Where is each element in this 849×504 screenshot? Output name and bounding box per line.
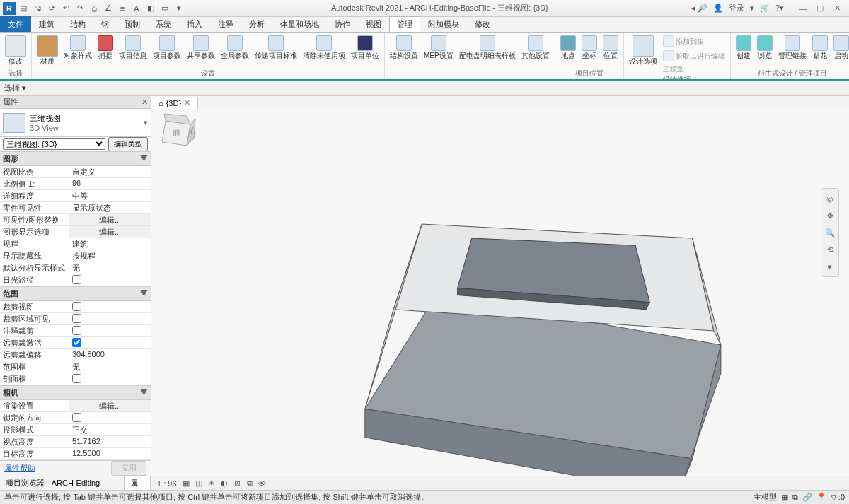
prop-row[interactable]: 视图比例自定义 xyxy=(0,166,151,178)
tab-collab[interactable]: 协作 xyxy=(327,16,358,32)
close-icon[interactable]: ✕ xyxy=(142,98,148,107)
prop-row[interactable]: 默认分析显示样式无 xyxy=(0,262,151,274)
prop-row[interactable]: 视点高度51.7162 xyxy=(0,436,151,448)
palette-header[interactable]: 属性 ✕ xyxy=(0,96,151,109)
gen-explore-button[interactable]: 浏览 xyxy=(755,34,775,61)
select-dropdown[interactable]: 选择 ▾ xyxy=(4,83,26,93)
exchange-icon[interactable]: ▾ xyxy=(750,4,754,13)
tab-arch[interactable]: 建筑 xyxy=(31,16,62,32)
tab-massing[interactable]: 体量和场地 xyxy=(272,16,327,32)
tab-precast[interactable]: 预制 xyxy=(117,16,148,32)
tag-icon[interactable]: ◧ xyxy=(144,2,157,15)
undo-icon[interactable]: ↶ xyxy=(59,2,72,15)
tab-modify[interactable]: 修改 xyxy=(467,16,498,32)
measure-icon[interactable]: ∠ xyxy=(102,2,115,15)
shared-params-button[interactable]: 共享参数 xyxy=(185,34,217,61)
units-button[interactable]: 项目单位 xyxy=(349,34,381,61)
detail-icon[interactable]: ▦ xyxy=(183,479,190,488)
prop-row[interactable]: 比例值 1:96 xyxy=(0,178,151,190)
crop-icon[interactable]: ⧉ xyxy=(247,479,253,488)
design-options-button[interactable]: 设计选项 xyxy=(627,34,659,66)
add-to-set-button[interactable]: 添加到集 xyxy=(661,34,727,48)
position-button[interactable]: 位置 xyxy=(601,34,620,61)
materials-button[interactable]: 材质 xyxy=(35,34,60,66)
apply-button[interactable]: 应用 xyxy=(111,461,146,476)
tab-insert[interactable]: 插入 xyxy=(179,16,210,32)
tab-properties[interactable]: 属性 xyxy=(125,476,151,490)
type-selector[interactable]: 三维视图 3D View ▾ xyxy=(0,109,151,137)
sun-icon[interactable]: ☀ xyxy=(208,479,215,488)
filter-icon[interactable]: ▦ xyxy=(781,493,788,502)
sel-icon[interactable]: ⧉ xyxy=(792,493,798,502)
dim-icon[interactable]: ≡ xyxy=(116,2,129,15)
zoom-icon[interactable]: 🔍 xyxy=(823,225,837,240)
pan-icon[interactable]: ✥ xyxy=(823,209,837,223)
hide-icon[interactable]: 👁 xyxy=(258,479,266,488)
steering-icon[interactable]: ◎ xyxy=(823,192,837,206)
link-icon[interactable]: 🔗 xyxy=(802,493,812,502)
app-logo[interactable]: R xyxy=(3,2,16,15)
prop-row[interactable]: 可见性/图形替换编辑... xyxy=(0,214,151,226)
prop-row[interactable]: 裁剪视图 xyxy=(0,301,151,313)
prop-group[interactable]: 图形⯆ xyxy=(0,151,151,166)
tab-manage[interactable]: 管理 xyxy=(389,16,420,32)
prop-row[interactable]: 详细程度中等 xyxy=(0,190,151,202)
nav-dd-icon[interactable]: ▾ xyxy=(823,259,837,274)
purge-button[interactable]: 清除未使用项 xyxy=(301,34,347,61)
visual-icon[interactable]: ◫ xyxy=(195,479,202,488)
tab-steel[interactable]: 钢 xyxy=(93,16,117,32)
prop-row[interactable]: 显示隐藏线按规程 xyxy=(0,250,151,262)
transfer-button[interactable]: 传递项目标准 xyxy=(253,34,299,61)
view-tab-3d[interactable]: ⌂ {3D} ✕ xyxy=(151,97,198,109)
panel-schedule-button[interactable]: 配电盘明细表样板 xyxy=(457,34,518,61)
instance-selector[interactable]: 三维视图: {3D} xyxy=(3,138,105,150)
close-icon[interactable]: ✕ xyxy=(184,98,190,107)
search-icon[interactable]: ◂ 🔎 xyxy=(691,4,708,13)
tab-project-browser[interactable]: 项目浏览器 - ARCH-Editing-BaseFile xyxy=(0,476,125,490)
tab-struct[interactable]: 结构 xyxy=(62,16,93,32)
minimize-button[interactable]: — xyxy=(795,2,811,15)
prop-row[interactable]: 锁定的方向 xyxy=(0,412,151,424)
user-icon[interactable]: 👤 xyxy=(713,4,723,13)
prop-row[interactable]: 裁剪区域可见 xyxy=(0,313,151,325)
mep-settings-button[interactable]: MEP设置 xyxy=(422,34,456,61)
sync-icon[interactable]: ⟳ xyxy=(45,2,58,15)
prop-row[interactable]: 规程建筑 xyxy=(0,238,151,250)
gen-create-button[interactable]: 创建 xyxy=(734,34,753,61)
object-styles-button[interactable]: 对象样式 xyxy=(62,34,94,61)
prop-group[interactable]: 相机⯆ xyxy=(0,385,151,400)
properties-grid[interactable]: 图形⯆视图比例自定义比例值 1:96详细程度中等零件可见性显示原状态可见性/图形… xyxy=(0,151,151,460)
close-button[interactable]: ✕ xyxy=(829,2,845,15)
prop-row[interactable]: 范围框无 xyxy=(0,361,151,373)
help-icon[interactable]: ?▾ xyxy=(775,4,784,13)
render-icon[interactable]: 🖻 xyxy=(233,479,241,488)
prop-row[interactable]: 远剪裁偏移304.8000 xyxy=(0,349,151,361)
cart-icon[interactable]: 🛒 xyxy=(760,4,770,13)
struct-settings-button[interactable]: 结构设置 xyxy=(388,34,420,61)
viewcube[interactable]: 前 右 xyxy=(151,110,201,160)
login-link[interactable]: 登录 xyxy=(729,3,744,13)
prop-row[interactable]: 图形显示选项编辑... xyxy=(0,226,151,238)
location-button[interactable]: 地点 xyxy=(558,34,578,61)
tab-view[interactable]: 视图 xyxy=(358,16,389,32)
global-params-button[interactable]: 全局参数 xyxy=(219,34,251,61)
decal-button[interactable]: 贴花 xyxy=(810,34,830,61)
scale-label[interactable]: 1 : 96 xyxy=(157,479,177,488)
canvas-3d[interactable]: 前 右 ◎ ✥ 🔍 ⟲ ▾ xyxy=(151,110,849,476)
status-model[interactable]: 主模型 xyxy=(753,492,777,503)
properties-help-link[interactable]: 属性帮助 xyxy=(4,463,35,474)
tab-file[interactable]: 文件 xyxy=(0,16,31,32)
prop-group[interactable]: 范围⯆ xyxy=(0,286,151,301)
tab-analyze[interactable]: 分析 xyxy=(241,16,272,32)
pin-icon[interactable]: 📍 xyxy=(816,493,826,502)
orbit-icon[interactable]: ⟲ xyxy=(823,242,837,257)
open-icon[interactable]: ▤ xyxy=(17,2,30,15)
pick-edit-button[interactable]: 拾取以进行编辑 xyxy=(661,49,727,63)
other-settings-button[interactable]: 其他设置 xyxy=(519,34,552,61)
prop-row[interactable]: 注释裁剪 xyxy=(0,325,151,337)
text-icon[interactable]: A xyxy=(130,2,143,15)
nav-bar[interactable]: ◎ ✥ 🔍 ⟲ ▾ xyxy=(821,188,839,277)
print-icon[interactable]: ⎙ xyxy=(88,2,100,15)
view-control-bar[interactable]: 1 : 96 ▦ ◫ ☀ ◐ 🖻 ⧉ 👁 xyxy=(151,476,849,490)
qat-dropdown-icon[interactable]: ▾ xyxy=(173,2,185,15)
